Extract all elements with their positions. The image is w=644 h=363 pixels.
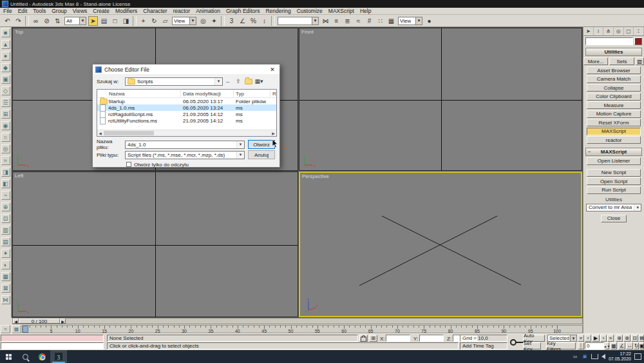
- viewport-front[interactable]: Front x y: [299, 28, 582, 171]
- selection-lock-icon[interactable]: [359, 335, 368, 342]
- reactor-cloth-modifier-icon[interactable]: ◇: [1, 86, 10, 95]
- menu-item-character[interactable]: Character: [143, 8, 167, 14]
- redo-icon[interactable]: ↷: [14, 16, 23, 26]
- viewport-perspective[interactable]: Perspective z x: [299, 172, 582, 317]
- select-and-manipulate-icon[interactable]: ✦: [209, 16, 219, 26]
- tray-blue-app-icon[interactable]: ▣: [582, 354, 588, 360]
- prev-frame-icon[interactable]: ◀: [13, 319, 19, 324]
- action-center-icon[interactable]: [634, 353, 641, 360]
- named-selection-dropdown[interactable]: ▼: [278, 17, 319, 25]
- chevron-down-icon[interactable]: ▼: [415, 17, 422, 25]
- use-pivot-point-icon[interactable]: ◎: [198, 16, 208, 26]
- tab-display[interactable]: ▢: [624, 27, 634, 35]
- file-row-startup[interactable]: Startup06.05.2020 13:17Folder plików: [97, 98, 276, 104]
- timeline-ruler[interactable]: 0510152025303540455055606570758085909510…: [22, 325, 583, 333]
- object-color-swatch[interactable]: [634, 37, 642, 45]
- utility-maxscript-button[interactable]: MAXScript: [587, 128, 641, 135]
- key-filters-button[interactable]: Key Filters...: [546, 342, 576, 349]
- reactor-point-point-icon[interactable]: ⊡: [1, 214, 10, 223]
- x-coordinate-field[interactable]: [386, 335, 410, 342]
- view-menu-icon[interactable]: ▦▾: [254, 77, 264, 86]
- taskbar-3dsmax-button[interactable]: ʒ: [50, 350, 67, 363]
- material-editor-icon[interactable]: ∷: [375, 16, 385, 26]
- zoom-extents-icon[interactable]: ⊡: [631, 335, 638, 342]
- column-name[interactable]: Nazwa: [109, 91, 124, 97]
- previous-key-icon[interactable]: ‹: [585, 335, 591, 342]
- reactor-rope-modifier-icon[interactable]: ⊞: [1, 110, 10, 119]
- taskbar-clock[interactable]: 17:22 07.05.2020: [609, 351, 631, 362]
- scene-spline-lines[interactable]: [300, 173, 581, 316]
- collapse-icon[interactable]: −: [588, 149, 591, 155]
- select-and-rotate-icon[interactable]: ↻: [149, 16, 159, 26]
- key-mode-toggle-icon[interactable]: ⏐: [578, 342, 584, 349]
- zoom-icon[interactable]: ⊕: [616, 335, 623, 342]
- min-max-toggle-icon[interactable]: ▣: [639, 342, 644, 349]
- maxscript-open-script-button[interactable]: Open Script: [587, 177, 641, 185]
- menu-item-modifiers[interactable]: Modifiers: [115, 8, 137, 14]
- select-and-move-icon[interactable]: +: [138, 16, 148, 26]
- utility-asset-browser-button[interactable]: Asset Browser: [587, 66, 641, 74]
- start-button[interactable]: [0, 350, 17, 363]
- y-coordinate-field[interactable]: [419, 335, 444, 342]
- open-button[interactable]: Otwórz: [248, 140, 275, 149]
- maxscript-mini-listener-macro[interactable]: [1, 335, 104, 342]
- menu-item-help[interactable]: Help: [360, 8, 371, 14]
- go-to-end-icon[interactable]: »: [607, 335, 614, 342]
- utility-measure-button[interactable]: Measure: [587, 101, 641, 109]
- utility-reset-xform-button[interactable]: Reset XForm: [587, 119, 641, 126]
- time-slider-track[interactable]: [66, 319, 582, 324]
- reactor-softbody-modifier-icon[interactable]: ☰: [1, 98, 10, 107]
- pan-icon[interactable]: ↔: [626, 342, 633, 349]
- reactor-water-icon[interactable]: ~: [1, 191, 10, 200]
- reactor-constraint-solver-icon[interactable]: ⊕: [1, 202, 10, 211]
- chevron-down-icon[interactable]: ▼: [189, 17, 196, 25]
- current-frame-marker[interactable]: [23, 326, 28, 333]
- volume-icon[interactable]: [601, 354, 605, 359]
- layer-manager-icon[interactable]: ≣: [343, 16, 352, 26]
- field-of-view-icon[interactable]: ∠: [618, 342, 625, 349]
- maxscript-mini-listener[interactable]: [1, 342, 104, 349]
- network-icon[interactable]: [591, 354, 598, 359]
- undo-icon[interactable]: ↶: [3, 16, 12, 26]
- render-scene-icon[interactable]: ▦: [386, 16, 396, 26]
- time-slider-thumb[interactable]: 0 / 100: [19, 319, 60, 324]
- utility-collapse-button[interactable]: Collapse: [587, 84, 641, 92]
- menu-item-group[interactable]: Group: [52, 8, 67, 14]
- cancel-button[interactable]: Anuluj: [248, 150, 275, 159]
- menu-item-views[interactable]: Views: [73, 8, 88, 14]
- maxscript-run-script-button[interactable]: Run Script: [587, 186, 641, 194]
- curve-editor-icon[interactable]: ≈: [354, 16, 363, 26]
- select-and-scale-icon[interactable]: ▱: [160, 16, 170, 26]
- bind-to-space-warp-icon[interactable]: ⇅: [53, 16, 62, 26]
- menu-item-file[interactable]: File: [3, 8, 12, 14]
- reactor-cloth-collection-icon[interactable]: ▲: [1, 40, 10, 49]
- tray-app-icon[interactable]: ▭: [572, 354, 578, 360]
- play-icon[interactable]: ▶: [592, 335, 600, 342]
- reactor-spring-icon[interactable]: ○: [1, 133, 10, 142]
- next-frame-icon[interactable]: ▶: [60, 319, 66, 324]
- time-configuration-icon[interactable]: ▦: [611, 342, 617, 349]
- frame-spinner[interactable]: ▲▼: [605, 342, 609, 349]
- new-folder-icon[interactable]: [243, 77, 254, 86]
- align-icon[interactable]: ≡: [332, 16, 341, 26]
- next-key-icon[interactable]: ›: [600, 335, 607, 342]
- select-object-icon[interactable]: ➤: [88, 16, 98, 26]
- configure-button-sets-icon[interactable]: ▧: [636, 57, 644, 65]
- column-type[interactable]: Typ: [236, 91, 244, 97]
- scroll-left-icon[interactable]: ◀: [97, 130, 103, 136]
- menu-item-edit[interactable]: Edit: [18, 8, 28, 14]
- arc-rotate-icon[interactable]: ↻: [634, 342, 639, 349]
- reactor-deforming-mesh-icon[interactable]: ▣: [1, 75, 10, 84]
- maxscript-open-listener-button[interactable]: Open Listener: [587, 157, 641, 165]
- mirror-icon[interactable]: ⋈: [321, 16, 330, 26]
- schematic-view-icon[interactable]: #: [365, 16, 374, 26]
- close-utility-button[interactable]: Close: [601, 215, 627, 222]
- reactor-create-animation-icon[interactable]: ▦: [1, 272, 10, 281]
- tab-create[interactable]: ➤: [583, 27, 594, 35]
- go-to-start-icon[interactable]: «: [578, 335, 584, 342]
- file-name-input[interactable]: 4ds_1.0 ▼: [125, 141, 245, 149]
- mini-curve-editor-button[interactable]: ≈: [1, 325, 10, 333]
- current-frame-field[interactable]: 0: [585, 342, 604, 349]
- maxscript-new-script-button[interactable]: New Script: [587, 169, 641, 177]
- spinner-snap-icon[interactable]: ↕: [260, 16, 269, 26]
